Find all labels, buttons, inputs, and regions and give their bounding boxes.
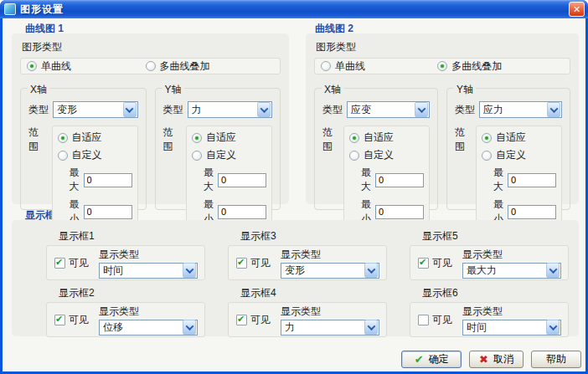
chart2-y-max-input[interactable] <box>508 173 556 187</box>
display-box-3-visible-checkbox[interactable]: 可见 <box>236 256 271 270</box>
chart2-x-auto-radio[interactable]: 自适应 <box>349 131 424 145</box>
chart1-y-custom-radio[interactable]: 自定义 <box>192 148 266 162</box>
checkbox-icon <box>418 315 429 325</box>
chart1-y-max-input[interactable] <box>218 173 266 187</box>
multi-curve-label: 多曲线叠加 <box>451 59 502 74</box>
display-box-5-visible-checkbox[interactable]: 可见 <box>418 256 452 270</box>
display-type-label: 显示类型 <box>462 248 561 262</box>
display-panel: 显示框1 可见 显示类型 时间 <box>12 220 579 336</box>
chart1-multi-curve-radio[interactable]: 多曲线叠加 <box>146 59 210 74</box>
visible-label: 可见 <box>69 256 89 270</box>
chevron-down-icon[interactable] <box>364 263 378 278</box>
chart2-multi-curve-radio[interactable]: 多曲线叠加 <box>437 59 502 74</box>
chart2-x-min-input[interactable] <box>375 205 424 219</box>
display-box-5-type-select[interactable]: 最大力 <box>462 263 561 279</box>
chevron-down-icon[interactable] <box>123 102 137 117</box>
chart1-x-max-input[interactable] <box>84 173 132 187</box>
help-button[interactable]: 帮助 <box>531 351 581 368</box>
radio-icon <box>349 151 359 161</box>
chart2-x-max-input[interactable] <box>375 173 424 187</box>
chevron-down-icon[interactable] <box>546 263 560 278</box>
cancel-button[interactable]: ✖ 取消 <box>469 351 524 368</box>
chart1-single-curve-radio[interactable]: 单曲线 <box>27 59 146 74</box>
visible-label: 可见 <box>69 313 89 327</box>
chevron-down-icon[interactable] <box>183 320 196 335</box>
x-icon: ✖ <box>479 354 488 365</box>
display-grid: 显示框1 可见 显示类型 时间 <box>46 229 568 337</box>
chevron-down-icon[interactable] <box>364 320 378 335</box>
chevron-down-icon[interactable] <box>415 102 428 117</box>
chart1-x-type-select[interactable]: 变形 <box>53 101 138 118</box>
custom-label: 自定义 <box>364 148 394 162</box>
display-box-4-type-select[interactable]: 力 <box>281 320 379 336</box>
ok-button[interactable]: ✔ 确定 <box>401 351 462 368</box>
display-cell-5: 显示框5 可见 显示类型 最大力 <box>410 229 569 280</box>
chart1-x-auto-radio[interactable]: 自适应 <box>58 131 132 145</box>
checkbox-icon <box>418 258 429 269</box>
display-cell-6: 显示框6 可见 显示类型 时间 <box>410 286 569 337</box>
close-button[interactable]: ✕ <box>569 2 585 17</box>
chart2-x-range-box: 自适应 自定义 最大 最小 <box>343 126 430 232</box>
display-box-2-visible-checkbox[interactable]: 可见 <box>54 313 89 327</box>
y-axis-label: Y轴 <box>162 83 184 97</box>
display-box-5-label: 显示框5 <box>422 229 569 243</box>
radio-icon <box>321 61 331 71</box>
range-label: 范围 <box>455 126 472 154</box>
chevron-down-icon[interactable] <box>257 102 271 117</box>
chevron-down-icon[interactable] <box>183 263 196 278</box>
chart2-x-axis-group: X轴 类型 应变 范围 自适应 <box>314 88 438 210</box>
window-icon <box>4 3 16 15</box>
display-box-1-visible-checkbox[interactable]: 可见 <box>54 256 89 270</box>
window-title: 图形设置 <box>20 3 64 17</box>
display-box-2-type-select[interactable]: 位移 <box>99 320 198 336</box>
chart1-x-axis-group: X轴 类型 变形 范围 自适应 <box>20 88 147 210</box>
chart1-y-auto-radio[interactable]: 自适应 <box>192 131 266 145</box>
chart1-x-range-box: 自适应 自定义 最大 最小 <box>52 126 138 232</box>
chevron-down-icon[interactable] <box>546 320 560 335</box>
radio-icon <box>437 61 447 71</box>
check-icon: ✔ <box>415 354 424 365</box>
radio-icon <box>27 61 37 71</box>
chart1-graph-type-label: 图形类型 <box>22 40 281 54</box>
chart1-x-custom-radio[interactable]: 自定义 <box>58 148 132 162</box>
display-box-4-visible-checkbox[interactable]: 可见 <box>236 313 271 327</box>
chart2-y-min-input[interactable] <box>508 205 556 219</box>
close-icon: ✕ <box>573 5 580 14</box>
chart1-y-axis-group: Y轴 类型 力 范围 自适应 <box>155 88 281 210</box>
display-box-2-label: 显示框2 <box>59 286 205 300</box>
display-box-6-label: 显示框6 <box>422 286 569 300</box>
chart2-y-axis-group: Y轴 类型 应力 范围 自适应 <box>446 88 570 210</box>
display-type-label: 显示类型 <box>462 305 561 319</box>
chart2-graph-type-label: 图形类型 <box>316 40 570 54</box>
chart1-y-range-box: 自适应 自定义 最大 最小 <box>186 126 272 232</box>
display-box-6-visible-checkbox[interactable]: 可见 <box>418 313 452 327</box>
chart2-y-auto-radio[interactable]: 自适应 <box>482 131 556 145</box>
display-box-6-type-select[interactable]: 时间 <box>462 320 561 336</box>
chart1-y-type-select[interactable]: 力 <box>188 101 273 118</box>
chart2-panel: 图形类型 单曲线 多曲线叠加 X轴 类型 应 <box>306 33 579 204</box>
type-label: 类型 <box>28 103 49 117</box>
display-type-label: 显示类型 <box>99 248 198 262</box>
chart2-y-custom-radio[interactable]: 自定义 <box>482 148 556 162</box>
chart2-x-custom-radio[interactable]: 自定义 <box>349 148 424 162</box>
titlebar[interactable]: 图形设置 ✕ <box>0 0 588 18</box>
chart1-x-min-input[interactable] <box>84 205 132 219</box>
chevron-down-icon[interactable] <box>547 102 560 117</box>
display-box-1: 可见 显示类型 时间 <box>46 245 205 280</box>
display-cell-2: 显示框2 可见 显示类型 位移 <box>46 286 205 337</box>
chart2-y-type-select[interactable]: 应力 <box>479 101 562 118</box>
y-axis-label: Y轴 <box>454 83 476 97</box>
display-box-3-type-select[interactable]: 变形 <box>281 263 379 279</box>
display-box-4: 可见 显示类型 力 <box>228 302 387 337</box>
range-label: 范围 <box>322 126 339 154</box>
display-cell-3: 显示框3 可见 显示类型 变形 <box>228 229 387 280</box>
chart1-y-min-input[interactable] <box>218 205 266 219</box>
single-curve-label: 单曲线 <box>41 59 71 74</box>
radio-icon <box>192 151 202 161</box>
x-axis-label: X轴 <box>28 83 49 97</box>
radio-icon <box>192 133 202 143</box>
auto-label: 自适应 <box>364 131 394 145</box>
display-box-1-type-select[interactable]: 时间 <box>99 263 198 279</box>
chart2-single-curve-radio[interactable]: 单曲线 <box>321 59 437 74</box>
chart2-x-type-select[interactable]: 应变 <box>347 101 430 118</box>
